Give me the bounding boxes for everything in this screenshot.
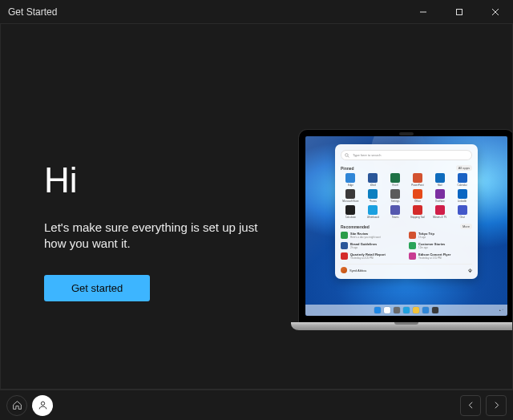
hero-title: Hi [44,160,269,200]
file-icon [409,232,416,239]
app-label: Photos [370,200,377,203]
svg-rect-1 [456,9,462,14]
window-title: Get Started [8,6,57,18]
app-icon [345,189,355,199]
app-icon [435,205,445,215]
recommended-item: Tokyo Trip1h ago [409,232,472,239]
pinned-app: Calendar [452,173,472,187]
app-icon [413,173,422,183]
app-label: Movies & TV [433,216,446,219]
recommended-subtitle: 2h ago [350,246,377,249]
recommended-subtitle: Here's a doc you might want [350,236,381,239]
file-icon [341,252,348,260]
app-icon [390,189,400,199]
search-placeholder: Type here to search [353,153,381,157]
minimize-button[interactable] [405,0,441,24]
pinned-grid: EdgeWordExcelPowerPointMailCalendarMicro… [341,173,472,219]
recommended-item: Edison Concert FlyerYesterday at 1:15 PM [409,252,472,260]
app-icon [345,173,355,183]
start-menu: Type here to search Pinned All apps Edge… [335,144,478,279]
all-apps-label: All apps [456,165,472,171]
taskbar-edge-icon [422,307,429,313]
home-button[interactable] [6,395,27,416]
recommended-subtitle: Yesterday at 1:15 PM [418,256,450,260]
pinned-app: Microsoft Store [341,189,361,203]
content-area: Hi Let's make sure everything is set up … [0,24,513,390]
next-button[interactable] [486,395,507,416]
chevron-left-icon [466,400,476,410]
pinned-app: Whiteboard [363,205,383,219]
app-label: Excel [392,184,398,187]
file-icon [341,242,348,249]
prev-button[interactable] [460,395,481,416]
taskbar-start-icon [374,307,381,313]
pinned-app: Excel [386,173,406,187]
app-label: Word [370,184,376,187]
taskbar-explorer-icon [413,307,419,313]
window-controls [405,0,513,24]
app-icon [390,205,400,215]
more-label: More [460,224,472,229]
titlebar: Get Started [0,0,513,24]
recommended-item: Customer Stories12m ago [409,242,472,249]
app-label: Whiteboard [367,216,379,219]
app-label: Edge [348,184,353,187]
app-label: Snipping Tool [410,216,425,219]
app-icon [413,189,422,199]
app-label: Office [414,200,421,203]
app-icon [368,205,378,215]
pinned-app: Settings [386,189,406,203]
app-icon [390,173,400,183]
pinned-label: Pinned [341,166,354,171]
app-icon [458,205,467,215]
pinned-app: Chat [452,205,472,219]
app-icon [458,173,467,183]
app-label: Settings [391,200,400,203]
start-search: Type here to search [341,150,472,160]
recommended-item: Brand Guidelines2h ago [341,242,404,249]
get-started-button[interactable]: Get started [44,275,150,301]
profile-button[interactable] [32,395,53,416]
pinned-app: Edge [341,173,361,187]
pinned-app: Teams [386,205,406,219]
close-button[interactable] [477,0,513,24]
app-icon [368,173,378,183]
app-icon [345,205,355,215]
taskbar-search-icon [384,307,390,313]
app-icon [435,173,445,183]
laptop-desktop: Type here to search Pinned All apps Edge… [305,136,507,316]
home-icon [12,400,22,410]
app-label: Microsoft Store [342,200,358,203]
maximize-button[interactable] [441,0,477,24]
pinned-app: LinkedIn [452,189,472,203]
pinned-app: OneNote [430,189,450,203]
app-icon [435,189,445,199]
pinned-app: Mail [430,173,450,187]
recommended-label: Recommended [341,224,370,229]
app-label: OneNote [435,200,445,203]
pinned-app: Calculator [341,205,361,219]
file-icon [409,242,416,249]
person-icon [38,400,48,410]
svg-line-5 [348,155,349,157]
pinned-app: PowerPoint [408,173,428,187]
svg-point-6 [41,402,44,405]
recommended-subtitle: 1h ago [418,236,434,239]
recommended-item: Site ReviewHere's a doc you might want [341,232,404,239]
app-label: PowerPoint [411,184,423,187]
laptop-taskbar: ▲ ⌃ [305,305,507,316]
app-label: Calendar [457,184,467,187]
app-label: Calculator [345,216,357,219]
taskbar-task-view-icon [394,307,400,313]
app-icon [413,205,422,215]
search-icon [345,153,349,158]
pinned-app: Photos [363,189,383,203]
avatar [341,267,347,273]
app-label: Teams [392,216,399,219]
file-icon [409,252,416,260]
recommended-item: Quarterly Retail ReportYesterday at 4:25… [341,252,404,260]
power-icon: ⏻ [468,268,472,273]
hero-subtitle: Let's make sure everything is set up jus… [44,220,269,252]
recommended-subtitle: Yesterday at 4:25 PM [350,256,386,260]
pinned-app: Snipping Tool [408,205,428,219]
